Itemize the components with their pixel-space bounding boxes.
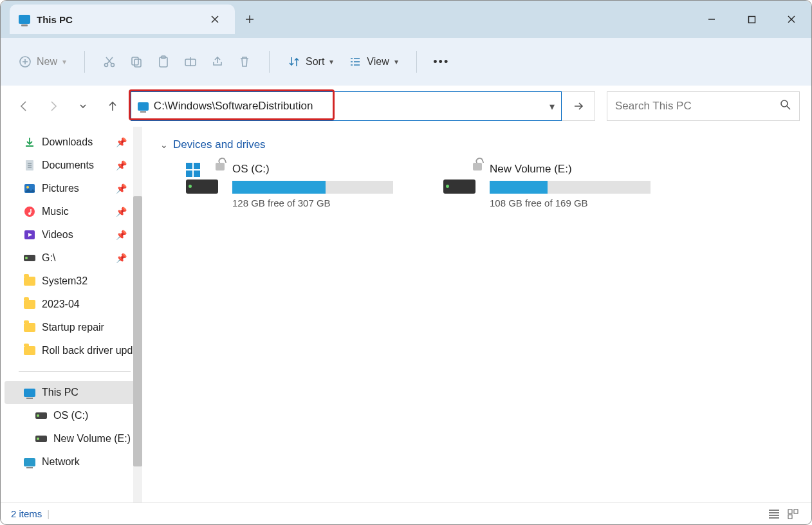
- scrollbar-thumb[interactable]: [133, 196, 142, 466]
- pin-icon: 📌: [116, 253, 127, 263]
- sidebar-item-g-[interactable]: G:\📌: [5, 246, 142, 270]
- sidebar-item-startup-repair[interactable]: Startup repair: [5, 316, 142, 339]
- sidebar-item-this-pc[interactable]: This PC: [5, 381, 142, 404]
- this-pc-icon: [24, 389, 35, 397]
- address-bar[interactable]: ▾: [131, 91, 562, 121]
- search-box[interactable]: [607, 91, 800, 121]
- folder-icon: [24, 345, 35, 356]
- folder-icon: [24, 299, 35, 310]
- separator: [269, 51, 270, 73]
- tiles-view-button[interactable]: [786, 508, 801, 520]
- window-controls: [692, 6, 811, 33]
- copy-icon: [130, 55, 143, 68]
- sidebar-item-os-c-[interactable]: OS (C:): [5, 404, 142, 427]
- sort-label: Sort: [306, 56, 324, 68]
- search-input[interactable]: [615, 100, 780, 113]
- this-pc-icon: [138, 102, 149, 111]
- svg-point-12: [26, 186, 29, 189]
- drive-os-c-[interactable]: OS (C:)128 GB free of 307 GB: [183, 163, 415, 208]
- chevron-down-icon: ▾: [329, 57, 333, 66]
- sidebar-item-new-volume-e-[interactable]: New Volume (E:): [5, 427, 142, 450]
- delete-button[interactable]: [232, 50, 257, 74]
- sidebar-item-downloads[interactable]: Downloads📌: [5, 131, 142, 154]
- sidebar-item-system32[interactable]: System32: [5, 270, 142, 293]
- forward-button[interactable]: [42, 95, 65, 118]
- navigation-pane: Downloads📌Documents📌Pictures📌Music📌Video…: [1, 127, 142, 502]
- folder-icon: [24, 275, 35, 287]
- sidebar-item-label: Videos: [42, 229, 73, 241]
- up-button[interactable]: [101, 95, 124, 118]
- sidebar-item-label: Startup repair: [42, 322, 104, 333]
- tab-this-pc[interactable]: This PC: [10, 5, 235, 34]
- video-icon: [24, 229, 35, 241]
- network-icon: [24, 458, 35, 466]
- svg-rect-16: [788, 510, 792, 513]
- lock-open-icon: [216, 158, 226, 170]
- view-icon: [349, 55, 362, 68]
- download-icon: [24, 136, 35, 148]
- sidebar-item-label: Network: [42, 456, 80, 468]
- lock-open-icon: [473, 158, 483, 170]
- rename-icon: [184, 55, 197, 68]
- address-go-button[interactable]: [562, 91, 595, 121]
- maximize-button[interactable]: [732, 6, 771, 33]
- drive-icon: [183, 163, 223, 196]
- section-header-devices[interactable]: ⌄ Devices and drives: [160, 138, 796, 151]
- minimize-button[interactable]: [692, 6, 732, 33]
- sidebar-item-2023-04[interactable]: 2023-04: [5, 293, 142, 316]
- new-tab-button[interactable]: [235, 5, 264, 34]
- pic-icon: [24, 183, 35, 194]
- sidebar-item-music[interactable]: Music📌: [5, 200, 142, 223]
- close-button[interactable]: [771, 6, 811, 33]
- sidebar-item-pictures[interactable]: Pictures📌: [5, 177, 142, 200]
- sidebar-item-label: Music: [42, 206, 69, 217]
- sidebar-item-roll-back-driver-update[interactable]: Roll back driver update: [5, 339, 142, 362]
- address-input[interactable]: [154, 100, 544, 113]
- drive-icon: [35, 412, 47, 419]
- pin-icon: 📌: [116, 230, 127, 240]
- navigation-row: ▾: [1, 86, 811, 127]
- view-menu-button[interactable]: View ▾: [342, 50, 404, 74]
- svg-rect-5: [134, 59, 141, 67]
- drive-icon: [24, 252, 35, 264]
- back-button[interactable]: [12, 95, 35, 118]
- drive-new-volume-e-[interactable]: New Volume (E:)108 GB free of 169 GB: [441, 163, 672, 208]
- sidebar-item-network[interactable]: Network: [5, 450, 142, 474]
- doc-icon: [24, 160, 35, 171]
- copy-button[interactable]: [124, 50, 149, 74]
- details-view-button[interactable]: [766, 508, 782, 520]
- new-menu-button[interactable]: New ▾: [12, 50, 73, 74]
- sidebar-item-label: Pictures: [42, 183, 79, 194]
- sort-menu-button[interactable]: Sort ▾: [281, 50, 340, 74]
- sidebar-item-videos[interactable]: Videos📌: [5, 223, 142, 246]
- body: Downloads📌Documents📌Pictures📌Music📌Video…: [1, 127, 811, 502]
- sidebar-item-label: 2023-04: [42, 299, 80, 310]
- divider: [19, 371, 131, 372]
- share-button[interactable]: [205, 50, 230, 74]
- sidebar-item-label: Downloads: [42, 136, 93, 148]
- content-pane: ⌄ Devices and drives OS (C:)128 GB free …: [142, 127, 811, 502]
- svg-point-13: [24, 207, 35, 217]
- chevron-down-icon: ▾: [394, 57, 398, 66]
- search-icon: [780, 99, 791, 113]
- svg-point-14: [28, 212, 31, 215]
- recent-locations-button[interactable]: [71, 95, 95, 118]
- share-icon: [211, 55, 224, 68]
- svg-rect-17: [794, 510, 798, 513]
- pin-icon: 📌: [116, 183, 127, 194]
- windows-logo-icon: [186, 163, 200, 177]
- svg-rect-4: [132, 57, 138, 65]
- separator: [416, 51, 417, 73]
- status-item-count: 2 items: [11, 508, 42, 519]
- rename-button[interactable]: [178, 50, 203, 74]
- tab-close-button[interactable]: [204, 8, 226, 30]
- cut-button[interactable]: [97, 50, 122, 74]
- more-menu-button[interactable]: •••: [429, 50, 454, 74]
- chevron-down-icon[interactable]: ▾: [549, 100, 555, 113]
- sidebar-item-documents[interactable]: Documents📌: [5, 154, 142, 177]
- drive-free-text: 108 GB free of 169 GB: [490, 198, 672, 208]
- paste-button[interactable]: [151, 50, 176, 74]
- sidebar-scrollbar[interactable]: [133, 127, 142, 502]
- sidebar-item-label: Roll back driver update: [42, 345, 142, 356]
- sort-icon: [288, 55, 300, 68]
